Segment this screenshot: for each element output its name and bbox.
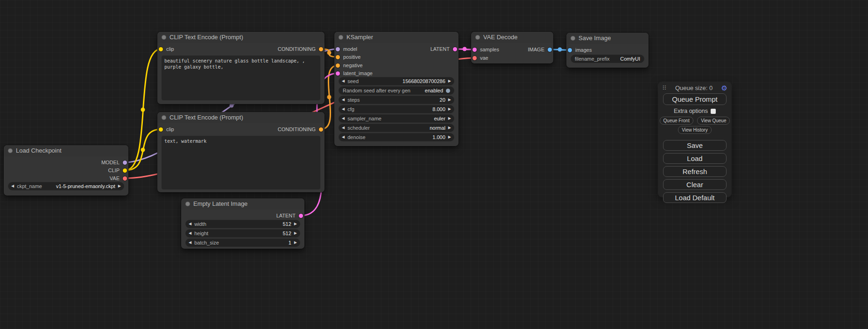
node-title-bar[interactable]: Load Checkpoint (4, 145, 128, 156)
port-clip-input[interactable]: clip (159, 126, 177, 133)
conditioning-port-dot[interactable] (336, 63, 340, 68)
decrement-arrow-icon[interactable]: ◀ (8, 182, 17, 190)
queue-prompt-button[interactable]: Queue Prompt (663, 93, 727, 105)
node-title-bar[interactable]: VAE Decode (471, 32, 553, 43)
increment-arrow-icon[interactable]: ▶ (445, 77, 454, 85)
queue-front-button[interactable]: Queue Front (660, 117, 693, 125)
port-latent-image-input[interactable]: latent_image (336, 70, 376, 77)
node-graph-canvas[interactable]: Load Checkpoint MODEL CLIP VAE ◀ ckpt_na… (0, 0, 868, 329)
clip-port-dot[interactable] (123, 168, 127, 173)
port-conditioning-output[interactable]: CONDITIONING (275, 126, 323, 133)
node-vae-decode[interactable]: VAE Decode samples vae IMAGE (471, 32, 553, 63)
negative-prompt-textarea[interactable]: text, watermark (162, 136, 320, 189)
drag-handle-icon[interactable]: ⠿ (662, 84, 667, 91)
latent-port-dot[interactable] (299, 214, 303, 218)
conditioning-port-dot[interactable] (319, 127, 323, 132)
view-history-button[interactable]: View History (678, 126, 711, 134)
batch-size-widget[interactable]: ◀ batch_size 1 ▶ (186, 239, 300, 246)
node-load-checkpoint[interactable]: Load Checkpoint MODEL CLIP VAE ◀ ckpt_na… (4, 145, 128, 196)
node-save-image[interactable]: Save Image images filename_prefix ComfyU… (566, 33, 649, 68)
sampler-name-widget[interactable]: ◀ sampler_name euler ▶ (339, 115, 454, 122)
collapse-dot-icon[interactable] (185, 202, 190, 206)
node-title-bar[interactable]: CLIP Text Encode (Prompt) (157, 32, 325, 43)
denoise-widget[interactable]: ◀ denoise 1.000 ▶ (339, 133, 454, 141)
collapse-dot-icon[interactable] (571, 36, 575, 41)
image-port-dot[interactable] (568, 48, 572, 52)
width-widget[interactable]: ◀ width 512 ▶ (186, 220, 300, 228)
decrement-arrow-icon[interactable]: ◀ (339, 96, 347, 104)
extra-options-checkbox[interactable] (711, 109, 716, 114)
save-button[interactable]: Save (663, 140, 727, 151)
decrement-arrow-icon[interactable]: ◀ (186, 220, 194, 228)
node-ksampler[interactable]: KSampler model positive negative latent_… (334, 32, 459, 146)
refresh-button[interactable]: Refresh (663, 166, 727, 177)
latent-port-dot[interactable] (336, 71, 340, 76)
clip-port-dot[interactable] (159, 127, 163, 132)
port-image-output[interactable]: IMAGE (525, 46, 552, 53)
decrement-arrow-icon[interactable]: ◀ (339, 133, 347, 141)
increment-arrow-icon[interactable]: ▶ (445, 115, 454, 122)
latent-port-dot[interactable] (473, 48, 477, 52)
port-negative-input[interactable]: negative (336, 62, 366, 69)
increment-arrow-icon[interactable]: ▶ (445, 133, 454, 141)
increment-arrow-icon[interactable]: ▶ (291, 220, 300, 228)
view-queue-button[interactable]: View Queue (697, 117, 730, 125)
vae-port-dot[interactable] (123, 176, 127, 181)
port-conditioning-output[interactable]: CONDITIONING (275, 46, 323, 52)
node-title-bar[interactable]: Empty Latent Image (181, 198, 304, 210)
decrement-arrow-icon[interactable]: ◀ (186, 230, 194, 237)
port-latent-output[interactable]: LATENT (273, 212, 303, 219)
latent-port-dot[interactable] (453, 47, 457, 51)
load-default-button[interactable]: Load Default (663, 192, 727, 203)
seed-widget[interactable]: ◀ seed 156680208700286 ▶ (339, 77, 454, 85)
port-clip-input[interactable]: clip (159, 46, 177, 52)
filename-prefix-widget[interactable]: filename_prefix ComfyUI (571, 55, 644, 63)
vae-port-dot[interactable] (473, 56, 477, 60)
settings-gear-icon[interactable]: ⚙ (721, 84, 727, 91)
port-samples-input[interactable]: samples (473, 46, 502, 53)
node-title-bar[interactable]: CLIP Text Encode (Prompt) (157, 112, 325, 123)
node-clip-text-encode-positive[interactable]: CLIP Text Encode (Prompt) clip CONDITION… (157, 32, 325, 104)
increment-arrow-icon[interactable]: ▶ (115, 182, 124, 190)
model-port-dot[interactable] (336, 47, 340, 51)
port-model-output[interactable]: MODEL (98, 159, 127, 166)
node-title-bar[interactable]: KSampler (334, 32, 459, 43)
port-latent-output[interactable]: LATENT (427, 46, 457, 52)
port-model-input[interactable]: model (336, 46, 360, 52)
port-vae-input[interactable]: vae (473, 55, 492, 61)
collapse-dot-icon[interactable] (162, 115, 166, 120)
ckpt-name-widget[interactable]: ◀ ckpt_name v1-5-pruned-emaonly.ckpt ▶ (8, 182, 124, 190)
collapse-dot-icon[interactable] (8, 148, 13, 153)
port-vae-output[interactable]: VAE (106, 175, 127, 182)
decrement-arrow-icon[interactable]: ◀ (339, 77, 347, 85)
toggle-circle-icon[interactable] (446, 89, 450, 93)
increment-arrow-icon[interactable]: ▶ (291, 230, 300, 237)
collapse-dot-icon[interactable] (339, 35, 343, 40)
collapse-dot-icon[interactable] (475, 35, 480, 40)
random-seed-toggle-widget[interactable]: Random seed after every gen enabled (339, 87, 454, 94)
decrement-arrow-icon[interactable]: ◀ (339, 115, 347, 122)
scheduler-widget[interactable]: ◀ scheduler normal ▶ (339, 124, 454, 132)
conditioning-port-dot[interactable] (319, 47, 323, 51)
clip-port-dot[interactable] (159, 47, 163, 51)
collapse-dot-icon[interactable] (162, 35, 166, 40)
decrement-arrow-icon[interactable]: ◀ (339, 124, 347, 132)
clear-button[interactable]: Clear (663, 179, 727, 190)
increment-arrow-icon[interactable]: ▶ (445, 105, 454, 113)
image-port-dot[interactable] (548, 48, 552, 52)
load-button[interactable]: Load (663, 153, 727, 164)
steps-widget[interactable]: ◀ steps 20 ▶ (339, 96, 454, 104)
height-widget[interactable]: ◀ height 512 ▶ (186, 230, 300, 237)
increment-arrow-icon[interactable]: ▶ (291, 239, 300, 246)
decrement-arrow-icon[interactable]: ◀ (339, 105, 347, 113)
cfg-widget[interactable]: ◀ cfg 8.000 ▶ (339, 105, 454, 113)
model-port-dot[interactable] (123, 161, 127, 165)
node-title-bar[interactable]: Save Image (566, 33, 649, 44)
port-images-input[interactable]: images (568, 47, 595, 53)
conditioning-port-dot[interactable] (336, 55, 340, 59)
positive-prompt-textarea[interactable]: beautiful scenery nature glass bottle la… (162, 56, 320, 100)
increment-arrow-icon[interactable]: ▶ (445, 96, 454, 104)
node-empty-latent-image[interactable]: Empty Latent Image LATENT ◀ width 512 ▶ … (181, 198, 304, 249)
increment-arrow-icon[interactable]: ▶ (445, 124, 454, 132)
port-positive-input[interactable]: positive (336, 54, 364, 60)
